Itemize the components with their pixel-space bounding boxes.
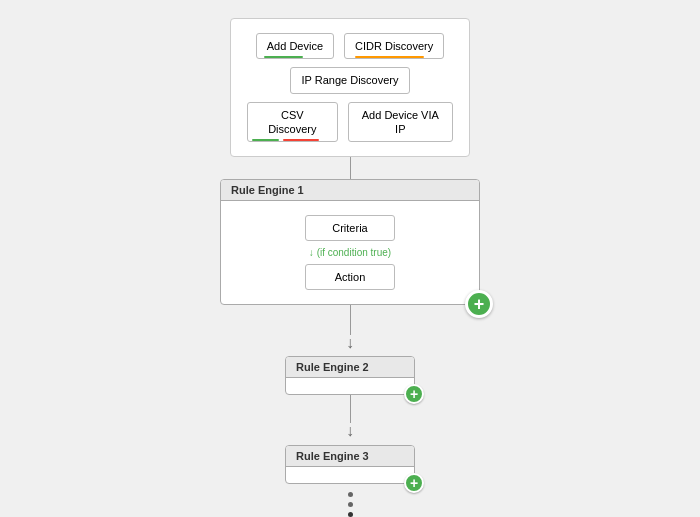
dot-3 xyxy=(348,512,353,517)
rule-engine-3-body xyxy=(286,467,414,483)
rule-engine-3-title: Rule Engine 3 xyxy=(286,446,414,467)
add-device-button[interactable]: Add Device xyxy=(256,33,334,59)
dots-container xyxy=(348,492,353,517)
rule-engine-1-add-button[interactable]: + xyxy=(465,290,493,318)
rule-engine-3-add-button[interactable]: + xyxy=(404,473,424,493)
condition-label: ↓ (if condition true) xyxy=(309,247,391,258)
rule-engine-2-add-button[interactable]: + xyxy=(404,384,424,404)
csv-discovery-button[interactable]: CSV Discovery xyxy=(247,102,338,143)
discovery-container: Add Device CIDR Discovery IP Range Disco… xyxy=(230,18,470,157)
criteria-button[interactable]: Criteria xyxy=(305,215,395,241)
ip-range-discovery-button[interactable]: IP Range Discovery xyxy=(290,67,409,93)
cidr-discovery-button[interactable]: CIDR Discovery xyxy=(344,33,444,59)
discovery-row-2: IP Range Discovery xyxy=(290,67,409,93)
arrow-down-1: ↓ xyxy=(346,335,354,351)
rule-engine-1-body: Criteria ↓ (if condition true) Action xyxy=(221,201,479,304)
connector-1 xyxy=(350,157,351,179)
rule-engine-2-title: Rule Engine 2 xyxy=(286,357,414,378)
rule-engine-1-title: Rule Engine 1 xyxy=(221,180,479,201)
discovery-row-1: Add Device CIDR Discovery xyxy=(256,33,445,59)
dot-1 xyxy=(348,492,353,497)
rule-engine-2-body xyxy=(286,378,414,394)
connector-3 xyxy=(350,395,351,423)
arrow-down-2: ↓ xyxy=(346,423,354,439)
rule-engine-2-box: Rule Engine 2 + xyxy=(285,356,415,395)
discovery-row-3: CSV Discovery Add Device VIA IP xyxy=(247,102,453,143)
rule-engine-1-box: Rule Engine 1 Criteria ↓ (if condition t… xyxy=(220,179,480,305)
connector-2 xyxy=(350,305,351,335)
main-canvas: Add Device CIDR Discovery IP Range Disco… xyxy=(0,0,700,517)
add-device-via-ip-button[interactable]: Add Device VIA IP xyxy=(348,102,453,143)
rule-engine-3-box: Rule Engine 3 + xyxy=(285,445,415,484)
action-button[interactable]: Action xyxy=(305,264,395,290)
dot-2 xyxy=(348,502,353,507)
